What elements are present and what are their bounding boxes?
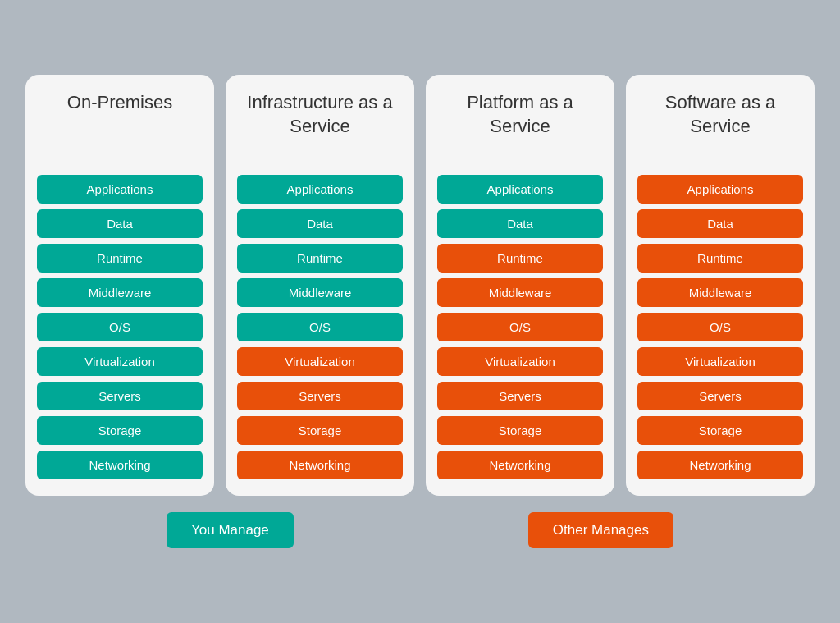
item-paas-4: O/S <box>437 313 603 341</box>
item-on-premises-4: O/S <box>37 313 203 341</box>
legend-row: You Manage Other Manages <box>16 512 824 548</box>
column-paas: Platform as a ServiceApplicationsDataRun… <box>426 75 614 496</box>
main-container: On-PremisesApplicationsDataRuntimeMiddle… <box>16 75 824 548</box>
item-saas-8: Networking <box>637 451 803 479</box>
item-iaas-7: Storage <box>237 416 403 445</box>
item-iaas-6: Servers <box>237 382 403 410</box>
columns-row: On-PremisesApplicationsDataRuntimeMiddle… <box>16 75 824 496</box>
item-saas-4: O/S <box>637 313 803 341</box>
column-title-on-premises: On-Premises <box>67 91 172 157</box>
item-iaas-5: Virtualization <box>237 347 403 376</box>
item-saas-0: Applications <box>637 175 803 204</box>
item-paas-0: Applications <box>437 175 603 204</box>
item-iaas-2: Runtime <box>237 244 403 273</box>
item-paas-2: Runtime <box>437 244 603 273</box>
item-on-premises-3: Middleware <box>37 278 203 307</box>
other-manages-badge: Other Manages <box>528 512 673 548</box>
items-list-on-premises: ApplicationsDataRuntimeMiddlewareO/SVirt… <box>37 175 203 479</box>
item-iaas-1: Data <box>237 209 403 238</box>
items-list-paas: ApplicationsDataRuntimeMiddlewareO/SVirt… <box>437 175 603 479</box>
item-saas-6: Servers <box>637 382 803 410</box>
item-saas-1: Data <box>637 209 803 238</box>
item-paas-3: Middleware <box>437 278 603 307</box>
item-on-premises-7: Storage <box>37 416 203 445</box>
item-saas-3: Middleware <box>637 278 803 307</box>
column-title-paas: Platform as a Service <box>437 91 603 157</box>
items-list-saas: ApplicationsDataRuntimeMiddlewareO/SVirt… <box>637 175 803 479</box>
you-manage-badge: You Manage <box>167 512 294 548</box>
column-saas: Software as a ServiceApplicationsDataRun… <box>626 75 815 496</box>
item-on-premises-0: Applications <box>37 175 203 204</box>
items-list-iaas: ApplicationsDataRuntimeMiddlewareO/SVirt… <box>237 175 403 479</box>
item-on-premises-6: Servers <box>37 382 203 410</box>
item-on-premises-8: Networking <box>37 451 203 479</box>
item-on-premises-5: Virtualization <box>37 347 203 376</box>
column-iaas: Infrastructure as a ServiceApplicationsD… <box>226 75 414 496</box>
item-paas-6: Servers <box>437 382 603 410</box>
column-title-saas: Software as a Service <box>637 91 803 157</box>
column-title-iaas: Infrastructure as a Service <box>237 91 403 157</box>
item-iaas-3: Middleware <box>237 278 403 307</box>
item-on-premises-1: Data <box>37 209 203 238</box>
item-paas-8: Networking <box>437 451 603 479</box>
column-on-premises: On-PremisesApplicationsDataRuntimeMiddle… <box>25 75 214 496</box>
item-on-premises-2: Runtime <box>37 244 203 273</box>
item-saas-5: Virtualization <box>637 347 803 376</box>
item-iaas-4: O/S <box>237 313 403 341</box>
item-iaas-0: Applications <box>237 175 403 204</box>
item-saas-2: Runtime <box>637 244 803 273</box>
item-saas-7: Storage <box>637 416 803 445</box>
item-iaas-8: Networking <box>237 451 403 479</box>
item-paas-1: Data <box>437 209 603 238</box>
item-paas-5: Virtualization <box>437 347 603 376</box>
item-paas-7: Storage <box>437 416 603 445</box>
